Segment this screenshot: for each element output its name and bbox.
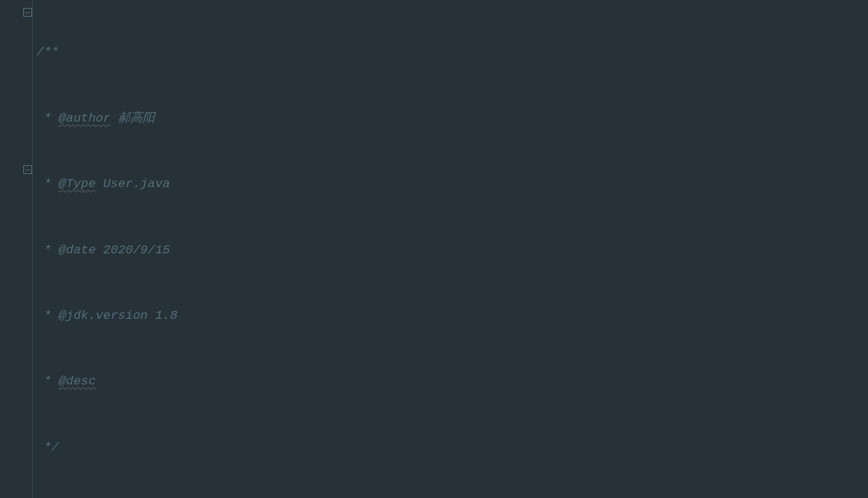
fold-icon[interactable] — [23, 8, 32, 17]
doc-tag-desc: @desc — [59, 374, 96, 388]
doc-tag-type: @Type — [59, 177, 96, 191]
doc-close: */ — [44, 440, 58, 454]
code-line[interactable]: * @jdk.version 1.8 — [36, 303, 868, 329]
doc-tag-date: @date — [59, 243, 96, 257]
code-line[interactable]: /** — [36, 39, 868, 66]
code-area[interactable]: /** * @author 郝高阳 * @Type User.java * @d… — [0, 0, 868, 498]
code-editor[interactable]: /** * @author 郝高阳 * @Type User.java * @d… — [0, 0, 868, 498]
doc-tag-author: @author — [59, 111, 111, 125]
gutter — [0, 0, 33, 498]
code-line[interactable]: * @date 2020/9/15 — [36, 237, 868, 264]
doc-open: /** — [36, 45, 59, 59]
doc-tag-jdk: @jdk.version — [59, 309, 148, 323]
code-line[interactable]: * @Type User.java — [36, 171, 868, 197]
code-line[interactable]: */ — [36, 435, 868, 461]
code-line[interactable]: * @desc — [36, 368, 868, 395]
fold-icon[interactable] — [23, 165, 32, 174]
code-line[interactable]: * @author 郝高阳 — [36, 106, 868, 132]
